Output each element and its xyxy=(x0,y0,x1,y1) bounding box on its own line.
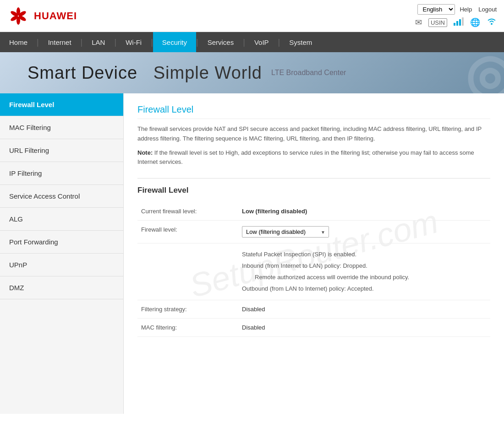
info-list: Stateful Packet Inspection (SPI) is enab… xyxy=(242,249,487,294)
svg-point-10 xyxy=(491,23,493,25)
firewall-level-value: Low (filtering disabled) Medium High xyxy=(238,221,490,243)
logout-link[interactable]: Logout xyxy=(478,6,497,13)
nav-internet[interactable]: Internet xyxy=(39,32,81,52)
svg-rect-6 xyxy=(454,23,455,26)
sidebar-item-mac-filtering[interactable]: MAC Filtering xyxy=(0,116,123,139)
list-item: Inbound (from Internet to LAN) policy: D… xyxy=(242,260,487,272)
content-inner: Firewall Level The firewall services pro… xyxy=(137,104,490,337)
section-title: Firewall Level xyxy=(137,186,490,195)
sidebar-item-dmz[interactable]: DMZ xyxy=(0,276,123,299)
banner-smart-device: Smart Device Simple World xyxy=(27,63,262,83)
sidebar-item-service-access-control[interactable]: Service Access Control xyxy=(0,185,123,208)
table-row-current-level: Current firewall level: Low (filtering d… xyxy=(137,202,490,221)
table-row-firewall-level: Firewall level: Low (filtering disabled)… xyxy=(137,221,490,243)
nav-system[interactable]: System xyxy=(280,32,321,52)
logo-area: HUAWEI xyxy=(7,7,77,25)
header-top-row: English Chinese Help Logout xyxy=(417,4,497,15)
note-text: Note: If the firewall level is set to Hi… xyxy=(137,148,490,168)
sidebar-item-ip-filtering[interactable]: IP Filtering xyxy=(0,162,123,185)
svg-rect-8 xyxy=(459,19,461,26)
nav-security[interactable]: Security xyxy=(153,32,196,52)
nav-voip[interactable]: VoIP xyxy=(245,32,278,52)
table-row-filtering-strategy: Filtering strategy: Disabled xyxy=(137,300,490,319)
filtering-strategy-label: Filtering strategy: xyxy=(137,300,238,319)
firewall-level-select-wrapper[interactable]: Low (filtering disabled) Medium High xyxy=(242,226,329,238)
table-row-mac-filtering: MAC filtering: Disabled xyxy=(137,319,490,337)
note-content: If the firewall level is set to High, ad… xyxy=(137,149,474,166)
navbar: Home | Internet | LAN | Wi-Fi | Security… xyxy=(0,32,504,52)
nav-wifi[interactable]: Wi-Fi xyxy=(116,32,151,52)
list-item: Remote authorized access will override t… xyxy=(242,272,487,283)
main-layout: Firewall Level MAC Filtering URL Filteri… xyxy=(0,93,504,414)
note-label: Note: xyxy=(137,149,153,156)
sidebar-item-firewall-level[interactable]: Firewall Level xyxy=(0,93,123,116)
logo-text: HUAWEI xyxy=(34,10,77,22)
huawei-logo-icon xyxy=(7,7,29,25)
header-icons: ✉ USIN 🌐 xyxy=(415,17,497,28)
firewall-form-table: Current firewall level: Low (filtering d… xyxy=(137,202,490,337)
banner-subtitle: LTE Broadband Center xyxy=(271,69,346,77)
help-link[interactable]: Help xyxy=(460,6,472,13)
globe-icon: 🌐 xyxy=(470,17,480,27)
page-title: Firewall Level xyxy=(137,104,490,119)
firewall-level-select[interactable]: Low (filtering disabled) Medium High xyxy=(242,226,329,238)
mac-filtering-label: MAC filtering: xyxy=(137,319,238,337)
current-level-label: Current firewall level: xyxy=(137,202,238,221)
nav-lan[interactable]: LAN xyxy=(82,32,114,52)
sidebar-item-alg[interactable]: ALG xyxy=(0,208,123,231)
mac-filtering-value: Disabled xyxy=(238,319,490,337)
sidebar-item-url-filtering[interactable]: URL Filtering xyxy=(0,139,123,162)
sidebar: Firewall Level MAC Filtering URL Filteri… xyxy=(0,93,124,414)
banner-decoration: ◎ xyxy=(465,52,504,93)
nav-home[interactable]: Home xyxy=(0,32,37,52)
wifi-icon xyxy=(487,17,497,28)
info-lines-value: Stateful Packet Inspection (SPI) is enab… xyxy=(238,243,490,300)
nav-services[interactable]: Services xyxy=(198,32,243,52)
current-level-value: Low (filtering disabled) xyxy=(238,202,490,221)
firewall-level-label: Firewall level: xyxy=(137,221,238,243)
list-item: Stateful Packet Inspection (SPI) is enab… xyxy=(242,249,487,260)
list-item: Outbound (from LAN to Internet) policy: … xyxy=(242,283,487,295)
header: HUAWEI English Chinese Help Logout ✉ USI… xyxy=(0,0,504,32)
section-divider xyxy=(137,178,490,179)
content-area: SetupRouter.com Firewall Level The firew… xyxy=(124,93,504,414)
mail-icon[interactable]: ✉ xyxy=(415,17,422,27)
header-links: Help Logout xyxy=(460,6,497,13)
svg-rect-9 xyxy=(462,17,464,26)
sidebar-item-upnp[interactable]: UPnP xyxy=(0,254,123,276)
description-text: The firewall services provide NAT and SP… xyxy=(137,124,490,144)
signal-bars-icon xyxy=(454,17,464,28)
banner: Smart Device Simple World LTE Broadband … xyxy=(0,52,504,93)
filtering-strategy-value: Disabled xyxy=(238,300,490,319)
language-dropdown[interactable]: English Chinese xyxy=(418,5,455,14)
sidebar-item-port-forwarding[interactable]: Port Forwarding xyxy=(0,231,123,254)
svg-rect-7 xyxy=(456,21,458,26)
usin-icon: USIN xyxy=(428,18,447,27)
table-row-info-lines: Stateful Packet Inspection (SPI) is enab… xyxy=(137,243,490,300)
language-selector[interactable]: English Chinese xyxy=(417,4,455,15)
info-lines-label xyxy=(137,243,238,300)
header-right: English Chinese Help Logout ✉ USIN xyxy=(415,4,497,28)
